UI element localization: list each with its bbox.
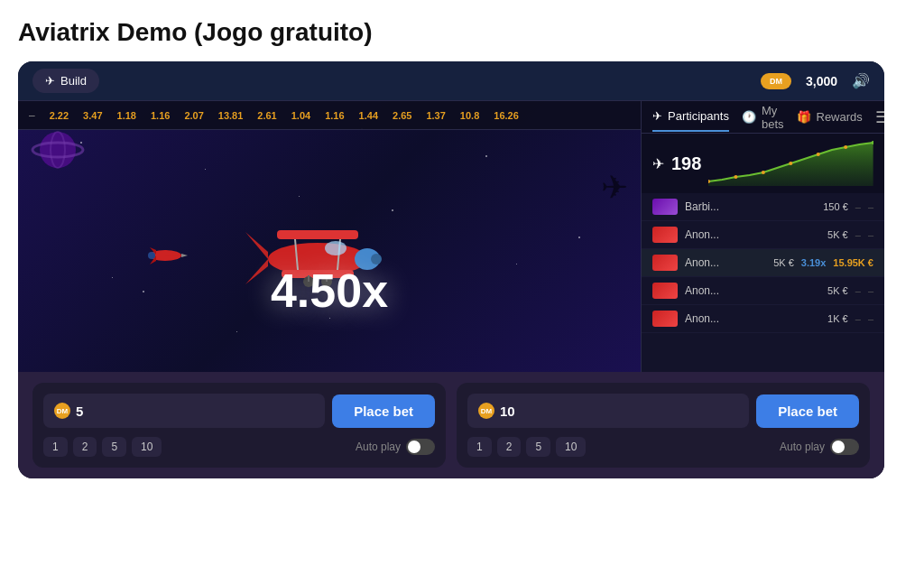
tab-participants[interactable]: ✈ Participants <box>652 102 729 132</box>
table-row: Anon... 1K € – – <box>642 305 884 333</box>
mult-1: 2.22 <box>50 110 69 121</box>
bet-amount-box-2[interactable]: DM 10 <box>467 394 749 428</box>
bet-panel-2: DM 10 Place bet 1 2 5 10 Auto play <box>457 383 870 468</box>
header-right: DM 3,000 🔊 <box>761 72 870 89</box>
tab-my-bets[interactable]: 🕐 My bets <box>742 97 784 138</box>
bet-value-1: 5 <box>76 404 83 419</box>
quick-1-btn-1[interactable]: 1 <box>43 437 68 457</box>
quick-amounts-2: 1 2 5 10 Auto play <box>467 437 859 457</box>
history-icon: 🕐 <box>742 110 756 124</box>
build-button[interactable]: ✈ Build <box>32 69 99 93</box>
tab-rewards[interactable]: 🎁 Rewards <box>797 103 863 131</box>
place-bet-button-1[interactable]: Place bet <box>332 394 435 428</box>
svg-marker-16 <box>245 232 268 259</box>
svg-point-18 <box>325 241 346 255</box>
participant-amount: 5K € <box>827 229 848 240</box>
mult-6: 13.81 <box>218 110 244 121</box>
svg-point-25 <box>735 175 738 179</box>
mult-13: 10.8 <box>460 110 479 121</box>
mult-12: 1.37 <box>426 110 445 121</box>
small-airplane-icon <box>143 242 188 273</box>
participant-name: Anon... <box>685 284 820 297</box>
svg-point-27 <box>790 162 793 165</box>
avatar <box>652 199 678 215</box>
bet-amount-box-1[interactable]: DM 5 <box>43 394 325 428</box>
participants-icon: ✈ <box>652 109 662 123</box>
mult-2: 3.47 <box>83 110 102 121</box>
mult-14: 16.26 <box>494 110 519 121</box>
auto-play-label-1: Auto play <box>356 441 401 453</box>
bet-input-row-2: DM 10 Place bet <box>467 394 859 428</box>
quick-5-btn-1[interactable]: 5 <box>102 437 126 457</box>
dm-badge-1: DM <box>54 403 70 419</box>
participant-mult: – <box>855 201 861 212</box>
auto-play-label-2: Auto play <box>780 441 825 453</box>
participant-amount: 5K € <box>827 285 848 296</box>
participant-name: Anon... <box>685 228 820 241</box>
participant-win: 15.95K € <box>833 257 873 268</box>
mult-11: 2.65 <box>393 110 411 121</box>
auto-play-2: Auto play <box>780 439 859 455</box>
dm-badge-2: DM <box>478 403 494 419</box>
svg-marker-8 <box>181 254 188 257</box>
table-row: Anon... 5K € – – <box>642 277 884 305</box>
airplane-icon: ✈ <box>45 74 55 88</box>
dm-prefix: DM <box>770 77 782 86</box>
header-left: ✈ Build <box>32 69 99 93</box>
top-nav-row: – 2.22 3.47 1.18 1.16 2.07 13.81 2.61 1.… <box>18 101 641 130</box>
svg-marker-17 <box>245 259 268 284</box>
menu-icon[interactable]: ☰ <box>875 107 884 127</box>
balance-value: 3,000 <box>806 74 837 88</box>
participant-mult: – <box>855 313 861 324</box>
participant-amount: 5K € <box>773 257 794 268</box>
participant-win: – <box>868 285 873 296</box>
participant-mult: – <box>855 229 861 240</box>
quick-5-btn-2[interactable]: 5 <box>526 437 550 457</box>
mult-5: 2.07 <box>184 110 203 121</box>
participant-win: – <box>868 313 873 324</box>
participant-win: – <box>868 201 873 212</box>
svg-point-28 <box>817 153 820 156</box>
table-row: Anon... 5K € 3.19x 15.95K € <box>642 249 884 277</box>
table-row: Barbi... 150 € – – <box>642 193 884 221</box>
growth-chart <box>708 141 873 186</box>
avatar <box>652 255 678 271</box>
place-bet-button-2[interactable]: Place bet <box>756 394 859 428</box>
game-area: – 2.22 3.47 1.18 1.16 2.07 13.81 2.61 1.… <box>18 101 641 372</box>
auto-play-toggle-2[interactable] <box>830 439 859 455</box>
mult-10: 1.44 <box>359 110 378 121</box>
mult-9: 1.16 <box>325 110 344 121</box>
bet-input-row-1: DM 5 Place bet <box>43 394 435 428</box>
build-label: Build <box>60 74 87 88</box>
avatar <box>652 283 678 299</box>
game-header: ✈ Build DM 3,000 🔊 <box>18 61 884 101</box>
main-area: – 2.22 3.47 1.18 1.16 2.07 13.81 2.61 1.… <box>18 101 884 372</box>
participants-count: 198 <box>671 153 701 174</box>
svg-point-29 <box>845 145 848 149</box>
bg-airplane-icon: ✈ <box>601 169 628 207</box>
minus-icon[interactable]: – <box>29 109 35 122</box>
planet-decoration <box>31 123 85 181</box>
right-panel: ✈ Participants 🕐 My bets 🎁 Rewards ☰ ✈ 1… <box>641 101 884 372</box>
mult-3: 1.18 <box>117 110 136 121</box>
avatar <box>652 227 678 243</box>
participant-name: Anon... <box>685 312 820 325</box>
quick-10-btn-1[interactable]: 10 <box>132 437 162 457</box>
bet-panel-1: DM 5 Place bet 1 2 5 10 Auto play <box>32 383 446 468</box>
nav-tabs: ✈ Participants 🕐 My bets 🎁 Rewards ☰ <box>642 101 884 134</box>
quick-2-btn-2[interactable]: 2 <box>497 437 522 457</box>
auto-play-toggle-1[interactable] <box>406 439 435 455</box>
participant-name: Anon... <box>685 256 766 269</box>
multiplier-display: 4.50x <box>271 264 388 318</box>
plane-icon-small: ✈ <box>652 155 664 172</box>
quick-2-btn-1[interactable]: 2 <box>73 437 97 457</box>
svg-rect-10 <box>277 230 358 239</box>
table-row: Anon... 5K € – – <box>642 221 884 249</box>
auto-play-1: Auto play <box>356 439 435 455</box>
participant-amount: 1K € <box>827 313 848 324</box>
sound-icon[interactable]: 🔊 <box>852 72 870 89</box>
participant-mult: 3.19x <box>801 257 827 268</box>
quick-1-btn-2[interactable]: 1 <box>467 437 492 457</box>
quick-10-btn-2[interactable]: 10 <box>556 437 586 457</box>
svg-point-26 <box>762 171 765 174</box>
